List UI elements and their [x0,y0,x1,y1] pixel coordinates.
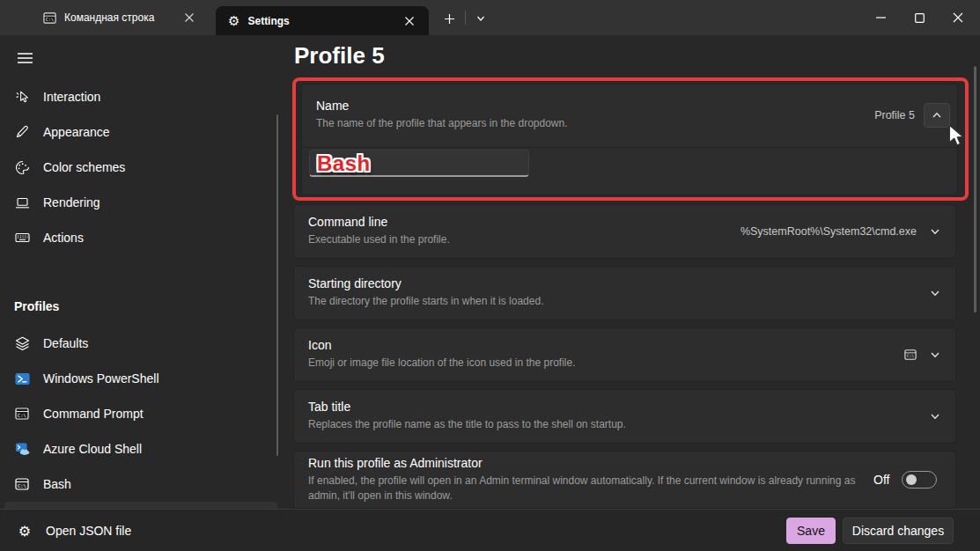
tab-settings[interactable]: ⚙ Settings [216,6,429,35]
layers-icon [14,335,30,351]
setting-description: The name of the profile that appears in … [316,116,874,131]
maximize-icon [915,13,925,23]
close-tab-icon[interactable] [399,11,420,32]
setting-value: %SystemRoot%\System32\cmd.exe [741,225,917,238]
close-tab-icon[interactable] [179,7,200,28]
sidebar-item-command-prompt[interactable]: C:\ Command Prompt [4,396,277,431]
sidebar-item-label: Color schemes [43,160,125,174]
setting-title: Icon [308,338,904,352]
title-bar: C:\ Командная строка ⚙ Settings [0,0,980,35]
open-json-label: Open JSON file [46,524,131,538]
profile-icon-preview: C:\ [904,349,917,361]
sidebar-item-color-schemes[interactable]: Color schemes [4,150,277,185]
sidebar-item-defaults[interactable]: Defaults [4,326,277,361]
setting-description: The directory the profile starts in when… [308,294,929,309]
sidebar-item-windows-powershell[interactable]: Windows PowerShell [4,361,277,396]
svg-text:C:\: C:\ [18,413,26,418]
paintbrush-icon [14,124,30,140]
name-setting-header[interactable]: Name The name of the profile that appear… [302,84,957,146]
icon-setting[interactable]: Icon Emoji or image file location of the… [293,327,956,382]
open-json-button[interactable]: ⚙ Open JSON file [11,517,136,545]
sidebar-item-label: Defaults [43,336,88,350]
profiles-section-header: Profiles [14,299,59,313]
divider [302,147,957,148]
chevron-down-icon [929,349,941,361]
admin-toggle-switch[interactable] [902,471,937,489]
collapse-expander-button[interactable] [924,103,950,128]
minimize-icon [876,17,886,18]
gear-icon: ⚙ [16,522,33,540]
toggle-state-label: Off [873,473,889,487]
new-tab-button[interactable] [437,7,461,30]
page-title: Profile 5 [294,42,385,70]
sidebar-item-bash[interactable]: C:\ Bash [4,467,277,502]
sidebar-item-actions[interactable]: Actions [4,220,277,255]
chevron-down-icon [929,287,941,299]
settings-sidebar: Interaction Appearance Co [0,35,291,509]
save-button[interactable]: Save [786,518,836,544]
setting-title: Starting directory [308,276,929,290]
command-line-setting[interactable]: Command line Executable used in the prof… [293,204,956,259]
setting-title: Tab title [308,400,929,414]
setting-title: Name [316,99,874,113]
sidebar-item-label: Azure Cloud Shell [43,442,142,456]
cmd-icon: C:\ [43,11,56,25]
sidebar-item-label: Rendering [43,195,100,209]
setting-description: Executable used in the profile. [308,232,741,247]
sidebar-item-label: Interaction [43,90,100,104]
setting-description: Emoji or image file location of the icon… [308,356,904,371]
powershell-icon [14,371,30,386]
setting-title: Command line [308,215,741,229]
hamburger-menu-button[interactable] [11,46,39,70]
close-icon [953,12,963,23]
chevron-down-icon [929,225,941,238]
sidebar-item-label: Actions [43,231,84,245]
azure-cloud-icon [14,441,30,457]
keyboard-icon [14,230,30,246]
main-scrollbar[interactable] [974,66,976,312]
tab-label: Settings [247,15,391,27]
tab-command-prompt[interactable]: C:\ Командная строка [31,0,209,35]
footer-bar: ⚙ Open JSON file Save Discard changes [0,509,980,551]
tab-title-setting[interactable]: Tab title Replaces the profile name as t… [293,389,956,444]
profile-name-field: Bash [309,150,529,177]
svg-text:C:\: C:\ [907,354,915,358]
setting-title: Run this profile as Administrator [308,456,873,470]
sidebar-item-label: Bash [43,477,71,491]
settings-main-panel: Profile 5 Name The name of the profile t… [291,35,980,509]
svg-text:C:\: C:\ [18,483,26,489]
setting-description: Replaces the profile name as the title t… [308,417,929,432]
sidebar-scrollbar[interactable] [276,114,278,456]
sidebar-item-interaction[interactable]: Interaction [4,79,277,114]
chevron-down-icon [929,410,941,422]
cmd-icon: C:\ [14,406,30,422]
starting-directory-setting[interactable]: Starting directory The directory the pro… [293,266,956,320]
close-window-button[interactable] [939,0,977,35]
plus-icon [444,13,455,25]
sidebar-item-azure-cloud-shell[interactable]: Azure Cloud Shell [4,431,277,467]
setting-value: Profile 5 [874,109,915,121]
terminal-window-icon: C:\ [14,476,30,492]
tab-label: Командная строка [64,11,171,24]
toggle-knob [906,474,917,485]
minimize-button[interactable] [861,0,900,35]
sidebar-item-rendering[interactable]: Rendering [4,185,277,220]
profile-name-input[interactable] [310,151,528,175]
hamburger-icon [17,52,33,64]
tab-dropdown-button[interactable] [469,7,492,30]
palette-icon [14,159,30,175]
chevron-up-icon [931,109,943,121]
terminal-settings-window: C:\ Командная строка ⚙ Settings [0,0,980,551]
discard-changes-button[interactable]: Discard changes [843,518,954,544]
name-setting-expander: Name The name of the profile that appear… [301,84,958,195]
setting-description: If enabled, the profile will open in an … [308,474,873,504]
maximize-button[interactable] [900,0,939,35]
tab-bar-separator [465,11,466,25]
gear-icon: ⚙ [228,14,239,27]
sidebar-item-label: Appearance [43,125,110,139]
sidebar-item-appearance[interactable]: Appearance [4,114,277,150]
monitor-icon [14,195,30,210]
run-as-admin-setting: Run this profile as Administrator If ena… [293,451,956,509]
interaction-icon [14,89,30,105]
sidebar-item-label: Command Prompt [43,407,144,421]
